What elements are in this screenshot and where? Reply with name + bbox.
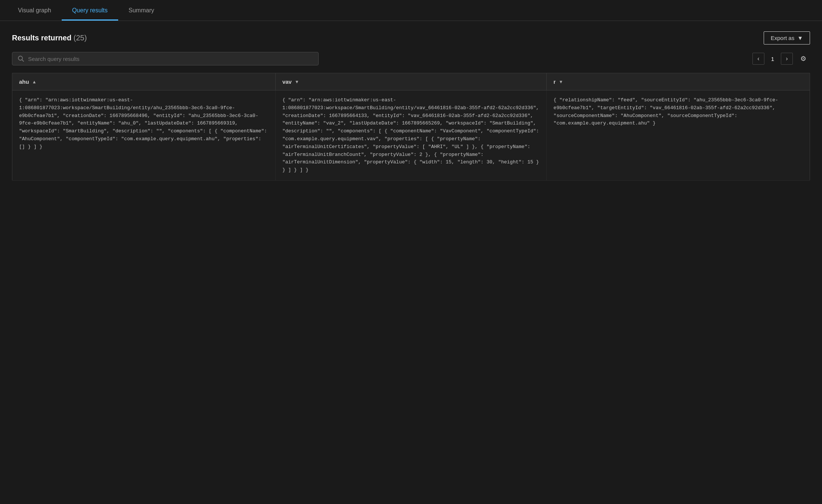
chevron-left-icon: ‹ (757, 55, 759, 62)
svg-line-1 (22, 60, 24, 61)
tab-query-results-label: Query results (72, 7, 108, 14)
results-table: ahu ▲ vav ▼ r ▼ { " (12, 73, 810, 181)
tab-summary-label: Summary (129, 7, 154, 14)
chevron-right-icon: › (786, 55, 788, 62)
tab-visual-graph[interactable]: Visual graph (7, 0, 62, 21)
pagination-controls: ‹ 1 › ⚙ (752, 52, 810, 65)
table-row: { "arn": "arn:aws:iottwinmaker:us-east-1… (12, 90, 810, 181)
col-header-vav[interactable]: vav ▼ (275, 73, 546, 90)
search-input[interactable] (28, 56, 313, 62)
chevron-down-icon: ▼ (797, 35, 803, 41)
results-header: Results returned (25) Export as ▼ (12, 31, 810, 44)
col-vav-label: vav (282, 79, 292, 85)
col-ahu-label: ahu (19, 79, 29, 85)
tabs-bar: Visual graph Query results Summary (0, 0, 822, 21)
search-bar-container: ‹ 1 › ⚙ (12, 52, 810, 65)
results-title-text: Results returned (12, 34, 71, 42)
col-header-r[interactable]: r ▼ (547, 73, 810, 90)
search-icon (18, 55, 24, 62)
page-number: 1 (768, 56, 777, 62)
export-label: Export as (771, 35, 794, 41)
sort-desc-icon-r: ▼ (559, 79, 563, 84)
results-count: (25) (74, 34, 87, 42)
next-page-button[interactable]: › (781, 53, 793, 65)
export-button[interactable]: Export as ▼ (764, 31, 810, 44)
cell-vav-0: { "arn": "arn:aws:iottwinmaker:us-east-1… (275, 90, 546, 181)
tab-visual-graph-label: Visual graph (18, 7, 51, 14)
results-title: Results returned (25) (12, 34, 87, 42)
sort-asc-icon: ▲ (32, 79, 37, 84)
tab-query-results[interactable]: Query results (62, 0, 118, 21)
gear-icon: ⚙ (800, 55, 806, 63)
col-header-ahu[interactable]: ahu ▲ (12, 73, 276, 90)
cell-r-0: { "relationshipName": "feed", "sourceEnt… (547, 90, 810, 181)
col-r-label: r (553, 79, 556, 85)
sort-desc-icon-vav: ▼ (295, 79, 299, 84)
table-header-row: ahu ▲ vav ▼ r ▼ (12, 73, 810, 90)
main-content: Results returned (25) Export as ▼ ‹ 1 › (0, 21, 822, 191)
settings-button[interactable]: ⚙ (797, 52, 810, 65)
search-input-wrapper (12, 52, 319, 65)
prev-page-button[interactable]: ‹ (752, 53, 764, 65)
cell-ahu-0: { "arn": "arn:aws:iottwinmaker:us-east-1… (12, 90, 276, 181)
tab-summary[interactable]: Summary (118, 0, 165, 21)
